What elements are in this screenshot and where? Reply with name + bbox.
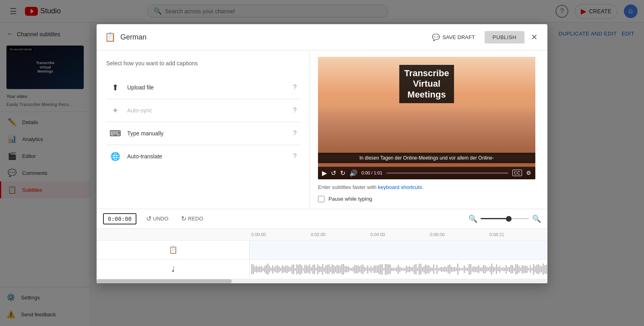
waveform-bar	[419, 264, 420, 275]
waveform-bar	[333, 265, 334, 274]
type-manually-help-icon[interactable]: ?	[293, 130, 297, 137]
waveform-bar	[299, 264, 301, 275]
save-draft-button[interactable]: 💬 SAVE DRAFT	[427, 31, 480, 44]
waveform-bar	[343, 264, 344, 275]
timeline-scrollbar[interactable]	[97, 279, 547, 283]
waveform-bar	[428, 265, 429, 274]
save-draft-icon: 💬	[432, 33, 440, 41]
timeline-mark-0: 0:00:00	[250, 232, 309, 237]
waveform-bar	[254, 266, 256, 272]
waveform-bar	[287, 266, 288, 273]
redo-button[interactable]: ↻ REDO	[178, 213, 206, 224]
caption-panel-title: Select how you want to add captions	[106, 60, 300, 66]
waveform-bar	[433, 264, 434, 274]
waveform-bar	[517, 264, 518, 274]
waveform-bar	[469, 264, 470, 275]
waveform-bar	[357, 265, 359, 273]
waveform-bar	[330, 267, 331, 272]
zoom-out-icon[interactable]: 🔍	[469, 214, 477, 223]
pause-checkbox-container: Pause while typing	[318, 196, 539, 202]
waveform-bar	[370, 266, 372, 273]
autotranslate-label: Auto-translate	[127, 153, 287, 160]
waveform-bar	[449, 264, 450, 274]
subtitle-track-content[interactable]	[250, 241, 547, 260]
redo-label: REDO	[188, 216, 203, 222]
timeline-time-display: 0:00:00	[103, 213, 136, 224]
waveform-bar	[533, 264, 534, 275]
waveform-bar	[438, 268, 439, 271]
waveform-bar	[512, 265, 513, 273]
waveform-bar	[365, 268, 367, 271]
video-progress-bar[interactable]	[386, 172, 508, 174]
undo-button[interactable]: ↺ UNDO	[143, 213, 171, 224]
waveform-bar	[266, 265, 267, 274]
waveform-bar	[539, 266, 541, 273]
timeline-scrollbar-thumb[interactable]	[97, 279, 232, 283]
timeline-mark-1: 0:02:00	[309, 232, 369, 237]
waveform-bar	[390, 264, 391, 274]
undo-icon: ↺	[146, 215, 151, 222]
waveform-bar	[272, 265, 273, 274]
forward-button[interactable]: ↻	[340, 169, 345, 177]
close-icon[interactable]: ✕	[529, 31, 539, 44]
video-settings-icon[interactable]: ⚙	[526, 170, 531, 176]
waveform-bar	[546, 265, 547, 274]
waveform-bar	[361, 265, 362, 273]
waveform-bar	[488, 268, 489, 271]
type-manually-label: Type manually	[127, 130, 287, 137]
waveform-bar	[396, 267, 397, 272]
waveform-bar	[494, 267, 495, 271]
waveform-bar	[430, 267, 431, 272]
waveform-bar	[295, 268, 296, 271]
pause-while-typing-checkbox[interactable]	[318, 196, 324, 202]
waveform-bar	[328, 264, 330, 274]
waveform-bar	[475, 267, 476, 272]
waveform-bar	[404, 268, 405, 271]
pause-while-typing-label[interactable]: Pause while typing	[328, 196, 372, 202]
upload-file-option[interactable]: ⬆ Upload file ?	[106, 76, 300, 99]
waveform-bar	[380, 264, 381, 274]
subtitle-track-icon: 📋	[169, 245, 178, 254]
rewind-button[interactable]: ↺	[331, 169, 336, 177]
autosync-help-icon: ?	[293, 107, 297, 114]
waveform-bar	[465, 268, 466, 271]
zoom-in-icon[interactable]: 🔍	[532, 214, 541, 223]
video-time: 0:00 / 1:01	[361, 170, 382, 175]
waveform-bar	[256, 266, 257, 273]
type-manually-option[interactable]: ⌨ Type manually ?	[106, 122, 300, 145]
waveform-bar	[364, 267, 365, 272]
waveform-bar	[525, 266, 526, 273]
waveform-bar	[277, 265, 278, 273]
waveform-bar	[489, 266, 491, 272]
zoom-slider-thumb	[506, 216, 512, 222]
waveform-bar	[431, 268, 433, 271]
waveform-bar	[335, 266, 336, 272]
waveform-bar	[401, 268, 402, 271]
waveform-bar	[504, 268, 505, 271]
cc-button[interactable]: CC	[512, 170, 522, 176]
video-panel: Transcribe Virtual Meetings In diesen Ta…	[310, 50, 547, 209]
waveform-bar	[303, 268, 304, 271]
zoom-slider[interactable]	[481, 218, 529, 219]
waveform-bar	[412, 267, 413, 272]
timeline-tracks: 📋 ♩	[97, 241, 547, 279]
waveform-bar	[374, 265, 375, 273]
upload-help-icon[interactable]: ?	[293, 84, 297, 91]
undo-label: UNDO	[153, 216, 168, 222]
subtitle-modal: 📋 German 💬 SAVE DRAFT PUBLISH ✕ Select h…	[97, 24, 547, 283]
volume-button[interactable]: 🔊	[349, 169, 357, 177]
keyboard-shortcuts-link[interactable]: keyboard shortcuts.	[378, 184, 423, 190]
waveform-bar	[415, 264, 417, 274]
timeline-controls: 0:00:00 ↺ UNDO ↻ REDO 🔍 🔍	[97, 209, 547, 229]
timeline-marks: 0:00:00 0:02:00 0:04:00 0:06:00 0:08:21	[250, 230, 547, 239]
autotranslate-option[interactable]: 🌐 Auto-translate ?	[106, 145, 300, 168]
autotranslate-help-icon[interactable]: ?	[293, 153, 297, 160]
waveform-bar	[285, 266, 286, 273]
waveform-bar	[541, 266, 542, 272]
publish-button[interactable]: PUBLISH	[485, 31, 524, 44]
play-button[interactable]: ▶	[322, 169, 327, 177]
waveform-bar	[477, 266, 478, 273]
waveform-bar	[346, 266, 347, 272]
waveform-bar	[325, 265, 326, 274]
waveform-bar	[386, 264, 388, 275]
